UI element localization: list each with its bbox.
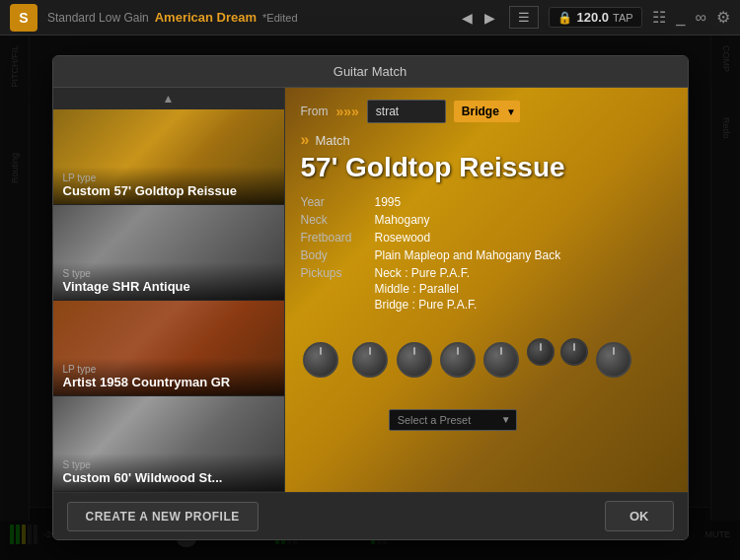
preset-name: American Dream bbox=[155, 10, 257, 25]
guitar-type-3: LP type bbox=[63, 364, 274, 375]
tap-button[interactable]: TAP bbox=[613, 12, 633, 24]
tempo-value: 120.0 bbox=[576, 10, 609, 25]
preset-select[interactable]: Select a Preset bbox=[389, 409, 517, 431]
year-label: Year bbox=[301, 195, 375, 209]
guitar-list: ▲ LP type Custom 57' Goldtop Reissue S t… bbox=[53, 88, 285, 492]
next-button[interactable]: ▶ bbox=[481, 8, 499, 28]
detail-panel: From »»» Bridge Middle Neck ▼ bbox=[285, 88, 688, 492]
pickup-wrapper: Bridge Middle Neck ▼ bbox=[454, 101, 520, 122]
low-knob[interactable] bbox=[483, 342, 519, 378]
guitar-item-3[interactable]: LP type Artist 1958 Countryman GR bbox=[53, 301, 284, 396]
output-knob[interactable] bbox=[596, 342, 631, 378]
grid-icon-button[interactable]: ☷ bbox=[652, 8, 666, 27]
guitar-match-modal: Guitar Match ▲ LP type Custom 57' Goldto… bbox=[52, 55, 689, 540]
gain-label: Standard Low Gain bbox=[47, 11, 149, 25]
neck-pickup-value: Neck : Pure P.A.F. bbox=[375, 266, 478, 280]
lock-icon: 🔒 bbox=[557, 11, 572, 25]
modal-title: Guitar Match bbox=[333, 64, 407, 79]
guitar-item-2-overlay: S type Vintage SHR Antique bbox=[53, 262, 284, 300]
modal-header: Guitar Match bbox=[53, 56, 688, 88]
prev-button[interactable]: ◀ bbox=[458, 8, 477, 28]
guitar-name-4: Custom 60' Wildwood St... bbox=[63, 470, 274, 485]
guitar-type-1: LP type bbox=[63, 173, 274, 183]
guitar-name-3: Artist 1958 Countryman GR bbox=[63, 375, 274, 389]
spec-body: Body Plain Mapleop and Mahogany Back bbox=[301, 248, 672, 262]
pickup-select[interactable]: Bridge Middle Neck bbox=[454, 101, 520, 122]
guitar-type-4: S type bbox=[63, 459, 274, 470]
guitar-type-2: S type bbox=[63, 268, 274, 279]
menu-button[interactable]: ☰ bbox=[509, 6, 539, 29]
guitar-title: 57' Goldtop Reissue bbox=[301, 153, 672, 183]
body-value: Plain Mapleop and Mahogany Back bbox=[375, 248, 561, 262]
bridge-pickup-value: Bridge : Pure P.A.F. bbox=[375, 298, 478, 312]
app-logo: S bbox=[10, 4, 37, 32]
create-profile-button[interactable]: CREATE A NEW PROFILE bbox=[67, 502, 259, 531]
top-bar-right: 🔒 120.0 TAP ☷ ⎯ ∞ ⚙ bbox=[549, 7, 730, 28]
from-row: From »»» Bridge Middle Neck ▼ bbox=[301, 100, 672, 123]
high-knob[interactable] bbox=[397, 342, 432, 378]
preset-info: Standard Low Gain American Dream *Edited bbox=[47, 10, 448, 25]
guitar-item-3-overlay: LP type Artist 1958 Countryman GR bbox=[53, 358, 284, 395]
resonance-knob[interactable] bbox=[303, 342, 338, 378]
match-arrows-icon: » bbox=[301, 131, 310, 149]
neck-value: Mahogany bbox=[375, 213, 430, 227]
dry-knob[interactable] bbox=[527, 338, 555, 366]
middle-pickup-value: Middle : Parallel bbox=[375, 282, 478, 296]
edited-label: *Edited bbox=[262, 12, 297, 24]
spec-year: Year 1995 bbox=[301, 195, 672, 209]
from-input[interactable] bbox=[367, 100, 446, 123]
scroll-up-button[interactable]: ▲ bbox=[53, 88, 284, 109]
neck-label: Neck bbox=[301, 213, 375, 227]
guitar-name-1: Custom 57' Goldtop Reissue bbox=[63, 183, 274, 198]
ok-button[interactable]: OK bbox=[605, 501, 674, 531]
spec-pickups: Pickups Neck : Pure P.A.F. Middle : Para… bbox=[301, 266, 672, 312]
from-label: From bbox=[301, 105, 329, 118]
presence-knob[interactable] bbox=[352, 342, 388, 378]
settings-icon-button[interactable]: ⚙ bbox=[716, 8, 730, 27]
from-arrows-icon: »»» bbox=[336, 104, 359, 119]
guitar-item-1-overlay: LP type Custom 57' Goldtop Reissue bbox=[53, 167, 284, 204]
body-label: Body bbox=[301, 248, 375, 262]
loop-icon-button[interactable]: ∞ bbox=[696, 9, 706, 27]
fretboard-label: Fretboard bbox=[301, 231, 375, 245]
guitar-item-4-overlay: S type Custom 60' Wildwood St... bbox=[53, 454, 284, 491]
tempo-display: 🔒 120.0 TAP bbox=[549, 7, 641, 28]
pickup-values: Neck : Pure P.A.F. Middle : Parallel Bri… bbox=[375, 266, 478, 312]
modal-overlay: Guitar Match ▲ LP type Custom 57' Goldto… bbox=[0, 35, 740, 560]
guitar-item-4[interactable]: S type Custom 60' Wildwood St... bbox=[53, 396, 284, 492]
modal-footer: CREATE A NEW PROFILE OK bbox=[53, 492, 688, 539]
wet-knob[interactable] bbox=[560, 338, 588, 366]
specs-table: Year 1995 Neck Mahogany Fretboard Rosewo… bbox=[301, 195, 672, 312]
nav-buttons: ◀ ▶ bbox=[458, 8, 499, 28]
fretboard-value: Rosewood bbox=[375, 231, 431, 245]
guitar-name-2: Vintage SHR Antique bbox=[63, 279, 274, 294]
year-value: 1995 bbox=[375, 195, 402, 209]
tuner-icon-button[interactable]: ⎯ bbox=[676, 9, 686, 27]
spec-fretboard: Fretboard Rosewood bbox=[301, 231, 672, 245]
guitar-item-1[interactable]: LP type Custom 57' Goldtop Reissue bbox=[53, 109, 284, 205]
pickups-label: Pickups bbox=[301, 266, 375, 280]
match-label: Match bbox=[315, 133, 349, 148]
spec-neck: Neck Mahogany bbox=[301, 213, 672, 227]
top-bar: S Standard Low Gain American Dream *Edit… bbox=[0, 0, 740, 35]
preset-select-wrapper: Select a Preset ▼ bbox=[389, 409, 517, 431]
detail-content: From »»» Bridge Middle Neck ▼ bbox=[285, 88, 688, 327]
mid-knob[interactable] bbox=[440, 342, 476, 378]
guitar-item-2[interactable]: S type Vintage SHR Antique bbox=[53, 205, 284, 301]
match-row: » Match bbox=[301, 131, 672, 149]
modal-body: ▲ LP type Custom 57' Goldtop Reissue S t… bbox=[53, 88, 688, 492]
